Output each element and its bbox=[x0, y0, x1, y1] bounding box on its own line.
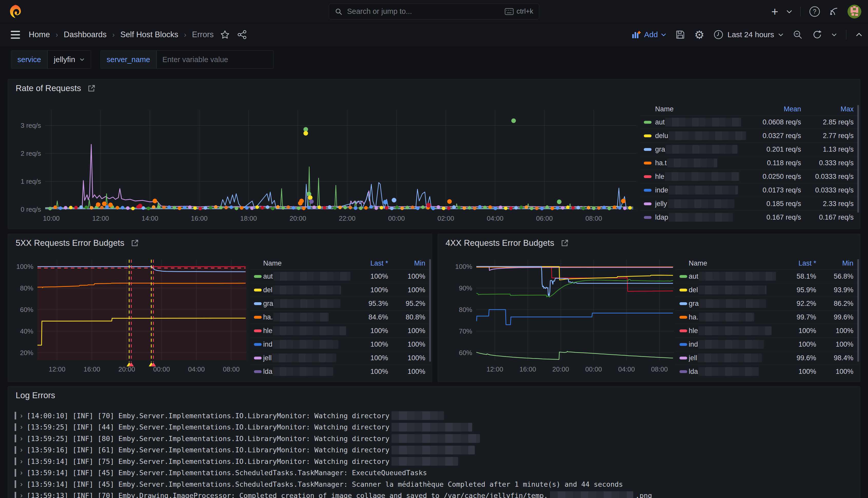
legend-col-last[interactable]: Last * bbox=[351, 259, 393, 267]
panel-5xx-title[interactable]: 5XX Requests Error Budgets bbox=[16, 238, 139, 248]
legend-row-del[interactable]: del95.9%93.9% bbox=[676, 283, 858, 297]
new-plus-icon[interactable]: + bbox=[771, 5, 778, 18]
legend-scrollbar[interactable] bbox=[857, 259, 859, 362]
legend-row-hle[interactable]: hle100%100% bbox=[250, 324, 430, 337]
legend-row-hat[interactable]: ha.t0.118 req/s0.333 req/s bbox=[640, 156, 859, 170]
series-gra-series[interactable] bbox=[45, 182, 633, 209]
legend-col-max[interactable]: Max bbox=[806, 105, 859, 113]
scatter-point[interactable] bbox=[383, 200, 388, 205]
series-aut-series[interactable] bbox=[45, 167, 633, 208]
grafana-logo-icon[interactable] bbox=[9, 4, 22, 19]
scatter-point[interactable] bbox=[299, 199, 304, 203]
legend-row-jell[interactable]: jell100%100% bbox=[250, 351, 430, 365]
zoom-out-icon[interactable] bbox=[792, 29, 803, 40]
log-row[interactable]: ›[13:59:25] [INF] [80] Emby.Server.Imple… bbox=[15, 433, 855, 444]
log-row[interactable]: ›[14:00:10] [INF] [70] Emby.Server.Imple… bbox=[15, 410, 855, 421]
log-expand-icon[interactable]: › bbox=[20, 435, 23, 443]
user-avatar[interactable] bbox=[847, 5, 861, 18]
scatter-point[interactable] bbox=[96, 202, 101, 207]
log-row[interactable]: ›[13:59:14] [INF] [45] Emby.Server.Imple… bbox=[15, 467, 855, 479]
legend-col-mean[interactable]: Mean bbox=[746, 105, 806, 113]
legend-row-jell[interactable]: jell99.6%98.4% bbox=[676, 351, 858, 365]
news-icon[interactable] bbox=[828, 6, 839, 17]
series-jelly-series[interactable] bbox=[45, 144, 633, 208]
legend-row-jelly[interactable]: jelly0.185 req/s2.33 req/s bbox=[640, 197, 859, 210]
scatter-point[interactable] bbox=[308, 195, 312, 200]
scatter-point[interactable] bbox=[392, 198, 396, 202]
log-expand-icon[interactable]: › bbox=[20, 423, 23, 431]
breadcrumb-item-dashboards[interactable]: Dashboards bbox=[64, 30, 106, 39]
legend-scrollbar[interactable] bbox=[857, 105, 859, 213]
log-row[interactable]: ›[13:59:25] [INF] [44] Emby.Server.Imple… bbox=[15, 421, 855, 433]
legend-row-aut[interactable]: aut58.1%56.8% bbox=[676, 270, 858, 283]
legend-row-gra[interactable]: gra95.3%95.2% bbox=[250, 297, 430, 310]
breadcrumb-item-self-host-blocks[interactable]: Self Host Blocks bbox=[120, 30, 178, 39]
log-row[interactable]: ›[13:59:14] [INF] [45] Emby.Server.Imple… bbox=[15, 479, 855, 490]
refresh-icon[interactable] bbox=[812, 29, 822, 40]
panel-4xx-title[interactable]: 4XX Requests Error Budgets bbox=[445, 238, 569, 248]
save-icon[interactable] bbox=[676, 30, 685, 40]
scatter-point[interactable] bbox=[138, 204, 142, 208]
scatter-point[interactable] bbox=[621, 199, 626, 203]
log-expand-icon[interactable]: › bbox=[20, 480, 23, 488]
legend-col-name[interactable]: Name bbox=[689, 259, 779, 267]
new-chevron-down-icon[interactable] bbox=[786, 10, 792, 13]
log-row[interactable]: ›[13:59:14] [INF] [75] Emby.Server.Imple… bbox=[15, 456, 855, 467]
share-icon[interactable] bbox=[237, 30, 247, 40]
legend-row-ind[interactable]: ind100%100% bbox=[250, 337, 430, 351]
legend-col-min[interactable]: Min bbox=[821, 259, 858, 267]
error-5xx-chart-area[interactable]: 20%40%60%80%100%12:0016:0020:0000:0004:0… bbox=[8, 248, 248, 380]
legend-col-last[interactable]: Last * bbox=[779, 259, 821, 267]
legend-scrollbar[interactable] bbox=[429, 259, 431, 362]
breadcrumb-item-home[interactable]: Home bbox=[29, 30, 50, 39]
log-expand-icon[interactable]: › bbox=[20, 457, 23, 466]
legend-row-ldap[interactable]: ldap0.167 req/s0.167 req/s bbox=[640, 210, 859, 224]
log-expand-icon[interactable]: › bbox=[20, 492, 23, 498]
add-button[interactable]: Add bbox=[632, 30, 666, 39]
legend-col-name[interactable]: Name bbox=[263, 259, 351, 267]
settings-gear-icon[interactable]: ⚙ bbox=[694, 28, 704, 41]
legend-row-lda[interactable]: lda100%100% bbox=[676, 365, 858, 378]
log-expand-icon[interactable]: › bbox=[20, 446, 23, 454]
series-stepblue-series[interactable] bbox=[476, 310, 673, 325]
variable-service-picker[interactable]: jellyfin bbox=[48, 50, 91, 69]
legend-row-gra[interactable]: gra92.2%86.2% bbox=[676, 297, 858, 310]
legend-row-aut[interactable]: aut100%100% bbox=[250, 270, 430, 283]
menu-icon[interactable] bbox=[11, 31, 20, 39]
scatter-point[interactable] bbox=[152, 199, 157, 203]
scatter-point[interactable] bbox=[447, 199, 452, 204]
legend-row-lda[interactable]: lda100%100% bbox=[250, 365, 430, 378]
log-row[interactable]: ›[13:59:16] [INF] [61] Emby.Server.Imple… bbox=[15, 444, 855, 456]
legend-row-ha[interactable]: ha.99.7%99.6% bbox=[676, 310, 858, 324]
legend-row-gra[interactable]: gra0.201 req/s1.13 req/s bbox=[640, 142, 859, 156]
collapse-up-icon[interactable] bbox=[856, 32, 862, 37]
panel-logs-title[interactable]: Log Errors bbox=[16, 391, 55, 400]
error-4xx-chart-area[interactable]: 60%70%80%90%100%12:0016:0020:0000:0004:0… bbox=[438, 248, 674, 380]
legend-row-delu[interactable]: delu0.0327 req/s2.77 req/s bbox=[640, 129, 859, 142]
log-expand-icon[interactable]: › bbox=[20, 469, 23, 477]
variable-server-name-input[interactable] bbox=[157, 50, 273, 69]
legend-row-del[interactable]: del100%100% bbox=[250, 283, 430, 297]
search-field[interactable] bbox=[347, 7, 500, 16]
legend-row-hle[interactable]: hle0.0250 req/s0.0333 req/s bbox=[640, 170, 859, 183]
legend-row-hle[interactable]: hle100%100% bbox=[676, 324, 858, 337]
time-range-picker[interactable]: Last 24 hours bbox=[713, 30, 783, 40]
rate-chart-area[interactable]: 0 req/s1 req/s2 req/s3 req/s10:0012:0014… bbox=[8, 93, 639, 228]
refresh-interval-chevron-icon[interactable] bbox=[831, 33, 837, 37]
scatter-point[interactable] bbox=[102, 201, 107, 206]
log-row[interactable]: ›[13:59:13] [INF] [70] Emby.Drawing.Imag… bbox=[15, 490, 855, 498]
legend-row-aut[interactable]: aut0.0608 req/s2.85 req/s bbox=[640, 115, 859, 129]
legend-row-inde[interactable]: inde0.0173 req/s0.0333 req/s bbox=[640, 183, 859, 197]
star-icon[interactable] bbox=[221, 30, 230, 39]
legend-row-ha[interactable]: ha.84.6%80.8% bbox=[250, 310, 430, 324]
series-gra-series[interactable] bbox=[476, 266, 673, 296]
help-icon[interactable]: ? bbox=[809, 6, 820, 17]
scatter-point[interactable] bbox=[304, 131, 308, 135]
search-input[interactable]: ctrl+k bbox=[329, 4, 539, 19]
scatter-point[interactable] bbox=[309, 199, 314, 204]
scatter-point[interactable] bbox=[108, 203, 113, 207]
log-expand-icon[interactable]: › bbox=[20, 412, 23, 420]
legend-col-name[interactable]: Name bbox=[655, 105, 746, 113]
panel-rate-title[interactable]: Rate of Requests bbox=[16, 83, 95, 93]
legend-row-ind[interactable]: ind100%100% bbox=[676, 337, 858, 351]
